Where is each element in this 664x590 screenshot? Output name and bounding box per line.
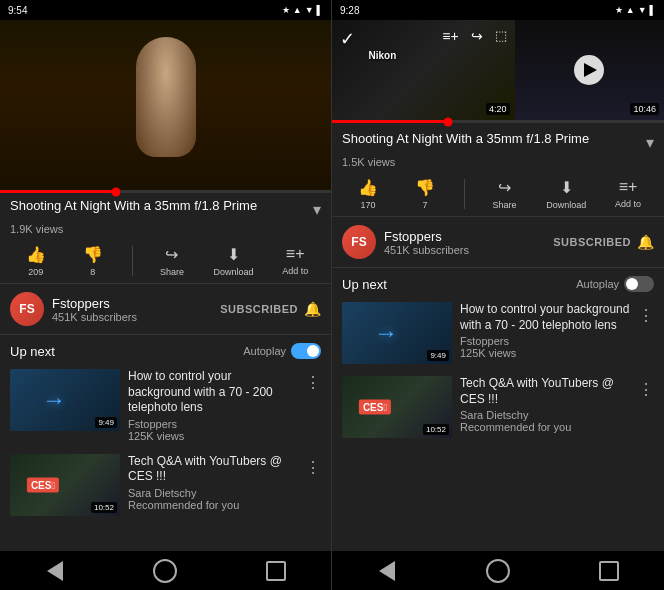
playlist-icon-right[interactable]: ≡+ [442,28,458,44]
home-button-left[interactable] [153,559,177,583]
up-next-label-right: Up next [342,277,387,292]
video-title-right: Shooting At Night With a 35mm f/1.8 Prim… [342,131,641,148]
recent-button-left[interactable] [264,559,288,583]
add-to-button-right[interactable]: ≡+ Add to [606,178,651,210]
recent-button-right[interactable] [597,559,621,583]
video-player-right[interactable]: ✓ ≡+ ↪ ⬚ 4:20 10:46 [332,20,664,120]
autoplay-toggle-right[interactable] [624,276,654,292]
video-duration-right-right: 10:46 [630,103,659,115]
channel-name-left[interactable]: Fstoppers [52,296,137,311]
share-button-right[interactable]: ↪ Share [482,178,527,210]
action-row-right: 👍 170 👎 7 ↪ Share ⬇ Download ≡+ Add to [332,172,664,217]
more-button-2-right[interactable]: ⋮ [638,380,654,399]
status-bar-right: 9:28 ★ ▲ ▼ ▌ [332,0,664,20]
channel-avatar-left[interactable]: FS [10,292,44,326]
bottom-nav-left [0,550,331,590]
autoplay-label-left: Autoplay [243,345,286,357]
download-button-right[interactable]: ⬇ Download [544,178,589,210]
back-button-right[interactable] [375,559,399,583]
video-title-left: Shooting At Night With a 35mm f/1.8 Prim… [10,198,308,215]
back-button-left[interactable] [43,559,67,583]
action-divider-right [464,179,465,209]
list-channel-1-left: Fstoppers [128,418,297,430]
status-time-left: 9:54 [8,5,27,16]
thumb-container-1-left: 9:49 [10,369,120,431]
list-item-1-right[interactable]: 9:49 How to control your background with… [332,296,664,370]
share-button-left[interactable]: ↪ Share [149,245,194,277]
like-count-right: 170 [360,200,375,210]
signal-icon-right: ▲ [626,5,635,15]
dropdown-icon-left[interactable]: ▾ [313,200,321,219]
video-thumbnail-second-right[interactable]: 10:46 [515,20,664,120]
progress-fill-right [332,120,448,123]
add-to-button-left[interactable]: ≡+ Add to [273,245,318,277]
thumbs-up-icon-right: 👍 [358,178,378,197]
list-item-1-left[interactable]: 9:49 How to control your background with… [0,363,331,448]
list-info-2-left: Tech Q&A with YouTubers @ CES !!! Sara D… [128,454,297,511]
download-button-left[interactable]: ⬇ Download [211,245,256,277]
video-thumbnail-main-right[interactable]: ✓ ≡+ ↪ ⬚ 4:20 [332,20,515,120]
like-button-right[interactable]: 👍 170 [345,178,390,210]
dislike-button-right[interactable]: 👎 7 [402,178,447,210]
list-item-2-left[interactable]: 10:52 Tech Q&A with YouTubers @ CES !!! … [0,448,331,522]
autoplay-toggle-left[interactable] [291,343,321,359]
progress-bar-right[interactable] [332,120,664,123]
channel-name-right[interactable]: Fstoppers [384,229,469,244]
header-icons-right: ≡+ ↪ ⬚ [442,28,506,44]
thumbs-down-icon-left: 👎 [83,245,103,264]
status-time-right: 9:28 [340,5,359,16]
list-info-1-left: How to control your background with a 70… [128,369,297,442]
list-meta-2-right: Recommended for you [460,421,630,433]
back-arrow-icon-right[interactable]: ✓ [340,28,355,50]
channel-details-left: Fstoppers 451K subscribers [52,296,137,323]
battery-icon: ▌ [317,5,323,15]
like-button-left[interactable]: 👍 209 [13,245,58,277]
video-views-right: 1.5K views [332,156,664,172]
share-icon-right: ↪ [498,178,511,197]
more-button-2-left[interactable]: ⋮ [305,458,321,477]
dislike-button-left[interactable]: 👎 8 [70,245,115,277]
download-label-right: Download [546,200,586,210]
channel-avatar-right[interactable]: FS [342,225,376,259]
progress-fill-left [0,190,116,193]
bell-icon-left[interactable]: 🔔 [304,301,321,317]
wifi-icon: ▼ [305,5,314,15]
bell-icon-right[interactable]: 🔔 [637,234,654,250]
list-meta-1-right: 125K views [460,347,630,359]
play-button-right[interactable] [574,55,604,85]
home-button-right[interactable] [486,559,510,583]
left-phone-panel: 9:54 ★ ▲ ▼ ▌ Shooting At Night With a 35… [0,0,332,590]
subscribe-section-left: SUBSCRIBED 🔔 [220,301,321,317]
thumbs-up-icon-left: 👍 [26,245,46,264]
forward-icon-right[interactable]: ↪ [471,28,483,44]
more-button-1-right[interactable]: ⋮ [638,306,654,325]
video-thumbnail-left[interactable] [0,20,331,190]
thumb-container-2-left: 10:52 [10,454,120,516]
more-button-1-left[interactable]: ⋮ [305,373,321,392]
add-to-icon-left: ≡+ [286,245,305,263]
add-to-label-left: Add to [282,266,308,276]
signal-icon: ▲ [293,5,302,15]
video-player-left[interactable] [0,20,331,190]
like-dislike-group-right: 👍 170 👎 7 [345,178,447,210]
action-row-left: 👍 209 👎 8 ↪ Share ⬇ Download ≡+ Add to [0,239,331,284]
dislike-count-left: 8 [90,267,95,277]
like-dislike-group-left: 👍 209 👎 8 [13,245,115,277]
list-title-1-left: How to control your background with a 70… [128,369,297,416]
bluetooth-icon-right: ★ [615,5,623,15]
subscribed-label-right[interactable]: SUBSCRIBED [553,236,631,248]
video-list-right: 9:49 How to control your background with… [332,296,664,550]
progress-dot-left [111,187,120,196]
cast-icon-right[interactable]: ⬚ [495,28,507,44]
thumb-container-1-right: 9:49 [342,302,452,364]
subscribed-label-left[interactable]: SUBSCRIBED [220,303,298,315]
channel-subs-left: 451K subscribers [52,311,137,323]
list-item-2-right[interactable]: 10:52 Tech Q&A with YouTubers @ CES !!! … [332,370,664,444]
list-channel-1-right: Fstoppers [460,335,630,347]
list-meta-2-left: Recommended for you [128,499,297,511]
channel-row-left: FS Fstoppers 451K subscribers SUBSCRIBED… [0,284,331,335]
dropdown-icon-right[interactable]: ▾ [646,133,654,152]
battery-icon-right: ▌ [650,5,656,15]
video-list-left: 9:49 How to control your background with… [0,363,331,550]
progress-bar-left[interactable] [0,190,331,193]
